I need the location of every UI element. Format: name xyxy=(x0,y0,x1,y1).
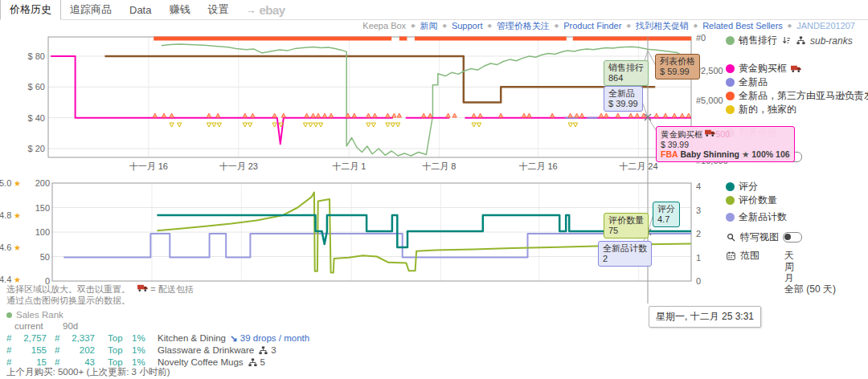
axis-tick-label: 200 xyxy=(35,178,50,188)
legend-label: 销售排行 xyxy=(739,34,777,47)
flag-title: 销售排行 xyxy=(608,63,644,73)
toolbar-item-related-best-sellers[interactable]: Related Best Sellers xyxy=(702,21,783,31)
toolbar-item-related-deals[interactable]: 找到相关促销 xyxy=(636,20,689,32)
range-option-0[interactable]: 天 xyxy=(784,251,867,261)
axis-tick-label: 1 xyxy=(696,253,701,263)
flag-title: 全新品计数 xyxy=(603,243,647,254)
keepa-product-page: 价格历史追踪商品Data赚钱设置 → ebay Keepa Box◆新闻◆Sup… xyxy=(0,0,868,379)
arrow-icon: → xyxy=(245,4,256,16)
ebay-link[interactable]: ebay xyxy=(259,3,285,17)
drops-per-month-link[interactable]: ↘ 39 drops / month xyxy=(230,332,309,344)
legend-item-sales-rank[interactable]: 销售排行sub-ranks xyxy=(726,34,867,47)
review-count-flag: 评价数量 75 xyxy=(604,213,649,238)
legend-item-rating[interactable]: 评分 xyxy=(726,180,867,194)
axis-tick-label: 十二月 8 xyxy=(422,161,456,173)
axis-tick-label: 十二月 16 xyxy=(518,161,557,173)
flag-value: 864 xyxy=(608,73,644,84)
axis-tick-label: 150 xyxy=(35,203,50,213)
axis-tick-label: 十二月 24 xyxy=(619,161,657,173)
calendar-icon xyxy=(726,251,736,260)
separator-icon: ◆ xyxy=(443,22,447,29)
toolbar-item-news[interactable]: 新闻 xyxy=(420,20,438,32)
stock-count: 500 xyxy=(715,129,730,139)
closeup-toggle[interactable] xyxy=(783,232,802,242)
axis-tick-label: $ 80 xyxy=(28,51,45,61)
green-dot-icon xyxy=(6,312,12,318)
legend-item-new-offer-count[interactable]: 全新品计数 xyxy=(726,210,867,224)
axis-tick-label: 3 xyxy=(696,206,701,215)
toolbar-item-keepa-box: Keepa Box xyxy=(362,21,406,31)
axis-tick-label: 5.0 ★ xyxy=(0,178,21,188)
magnifier-icon xyxy=(726,233,736,242)
legend-dot-icon xyxy=(726,78,735,87)
legend-suffix: sub-ranks xyxy=(810,35,853,47)
legend-label: 范围 xyxy=(740,249,760,263)
axis-tick-label: 4 xyxy=(696,181,701,191)
nav-tab-make-money[interactable]: 赚钱 xyxy=(160,0,199,19)
legend-item-new-exclusive[interactable]: 新的，独家的 xyxy=(726,103,867,116)
sort-icon xyxy=(781,36,792,45)
range-option-2[interactable]: 月 xyxy=(784,273,867,283)
legend-label: 特写视图 xyxy=(740,230,779,244)
flag-value: $ 39.99 xyxy=(608,99,638,109)
separator-icon: ◆ xyxy=(694,22,698,29)
seller-rating-pct: 100% xyxy=(751,149,773,159)
nav-tab-tracked-products[interactable]: 追踪商品 xyxy=(61,0,121,19)
separator-icon: ◆ xyxy=(788,22,792,29)
toolbar-item-support[interactable]: Support xyxy=(452,21,483,31)
nav-tab-settings[interactable]: 设置 xyxy=(199,0,237,19)
fba-badge: FBA xyxy=(661,149,678,159)
seller-name[interactable]: Baby Shinning xyxy=(681,149,740,159)
legend-dot-icon xyxy=(726,182,735,191)
legend-rating-chart: 评分评价数量全新品计数特写视图范围天周月全部 (50 天) xyxy=(726,180,867,295)
flag-value: $ 59.99 xyxy=(660,67,695,77)
sales-rank-table-header: current90d xyxy=(6,320,309,332)
nav-tabs: 价格历史追踪商品Data赚钱设置 xyxy=(0,0,237,20)
toolbar: Keepa Box◆新闻◆Support◆管理价格关注◆Product Find… xyxy=(362,20,855,31)
flag-value: 2 xyxy=(603,254,647,264)
seller-rating-count: 106 xyxy=(776,149,790,159)
axis-tick-label: $ 20 xyxy=(28,144,45,153)
axis-tick-label: 十一月 16 xyxy=(129,161,168,173)
toolbar-item-product-finder[interactable]: Product Finder xyxy=(563,21,621,31)
legend-item-review-count[interactable]: 评价数量 xyxy=(726,194,867,207)
legend-label: 评分 xyxy=(739,180,758,194)
axis-tick-label: 十一月 23 xyxy=(219,161,258,173)
legend-label: 黄金购买框 xyxy=(739,62,787,75)
sales-rank-heading: Sales Rank xyxy=(6,310,63,320)
range-option-3[interactable]: 全部 (50 天) xyxy=(784,284,867,295)
separator-icon: ◆ xyxy=(487,22,491,29)
legend-item-new[interactable]: 全新品 xyxy=(726,75,867,89)
star-icon: ★ xyxy=(742,149,749,159)
flag-title: 评分 xyxy=(657,204,675,214)
separator-icon: ◆ xyxy=(555,22,559,29)
sales-rank-row: #155#202Top1%Glassware & Drinkware3 xyxy=(6,344,309,357)
crosshair-date-tooltip: 星期一, 十二月 25 3:31 xyxy=(649,306,761,328)
separator-icon: ◆ xyxy=(626,22,630,29)
buybox-price: $ 39.99 xyxy=(661,140,790,150)
legend-dot-icon xyxy=(726,92,735,100)
range-option-1[interactable]: 周 xyxy=(784,262,867,272)
flag-title: 评价数量 xyxy=(608,215,644,226)
nav-tab-price-history[interactable]: 价格历史 xyxy=(0,0,61,20)
legend-item-closeup[interactable]: 特写视图 xyxy=(726,230,867,244)
legend-label: 评价数量 xyxy=(739,194,777,207)
toolbar-item-account[interactable]: JANDE201207 xyxy=(796,21,855,31)
nav-tab-data[interactable]: Data xyxy=(121,2,160,18)
truck-icon xyxy=(137,283,148,292)
flag-title: 列表价格 xyxy=(660,56,695,67)
new-price-flag: 全新品 $ 39.99 xyxy=(604,86,643,112)
axis-tick-label: 50 xyxy=(40,252,50,262)
legend-label: 新的，独家的 xyxy=(739,103,796,116)
axis-tick-label: #0 xyxy=(696,33,706,43)
flag-title: 全新品 xyxy=(608,88,638,99)
chart-hints: 选择区域以放大。双击以重置。 = 配送包括 通过点击图例切换显示的数据。 xyxy=(6,283,194,306)
monthly-purchases: 上个月购买: 5000+ (上次更新: 3 小时前) xyxy=(6,366,170,378)
category-tree-icon xyxy=(248,358,258,367)
toolbar-item-manage-price-watch[interactable]: 管理价格关注 xyxy=(497,20,550,32)
axis-tick-label: $ 40 xyxy=(28,113,45,123)
legend-item-buy-box[interactable]: 黄金购买框 xyxy=(726,62,867,75)
legend-dot-icon xyxy=(726,105,735,114)
legend-item-new-3rd-fba[interactable]: 全新品，第三方由亚马逊负责发货 xyxy=(726,89,867,103)
list-price-flag: 列表价格 $ 59.99 xyxy=(655,54,700,79)
